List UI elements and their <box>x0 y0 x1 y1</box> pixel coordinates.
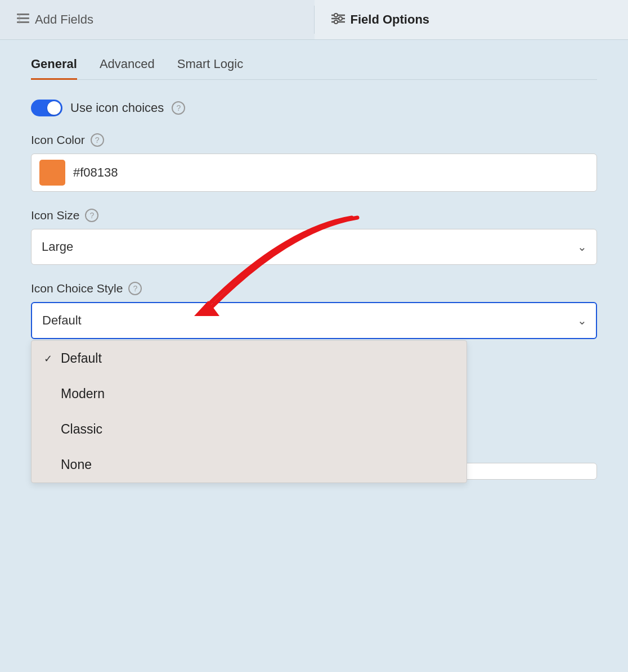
svg-point-7 <box>334 13 338 17</box>
dropdown-item-classic[interactable]: Classic <box>32 412 466 447</box>
check-placeholder-2 <box>44 423 55 435</box>
icon-size-section: Icon Size ? Large ⌄ <box>31 209 597 265</box>
use-icon-choices-help-icon[interactable]: ? <box>172 101 185 115</box>
check-placeholder <box>44 388 55 400</box>
dropdown-item-modern-label: Modern <box>61 386 105 402</box>
icon-choice-style-value: Default <box>42 313 82 327</box>
dropdown-item-classic-label: Classic <box>61 422 102 437</box>
add-fields-label: Add Fields <box>35 12 93 27</box>
icon-choice-style-wrapper: Default ⌄ ✓ Default Modern Classic <box>31 302 597 339</box>
icon-choice-style-select[interactable]: Default <box>31 302 597 339</box>
icon-choice-style-dropdown: ✓ Default Modern Classic None <box>31 340 467 483</box>
tab-smart-logic[interactable]: Smart Logic <box>177 57 243 80</box>
icon-size-label: Icon Size ? <box>31 209 597 222</box>
icon-size-select[interactable]: Large <box>31 229 597 265</box>
icon-choice-style-label: Icon Choice Style ? <box>31 282 597 295</box>
icon-color-help-icon[interactable]: ? <box>91 133 104 147</box>
icon-color-label: Icon Color ? <box>31 133 597 147</box>
dropdown-item-none-label: None <box>61 457 92 472</box>
svg-point-9 <box>334 20 338 24</box>
icon-color-input[interactable]: #f08138 <box>31 154 597 192</box>
color-swatch <box>39 160 65 186</box>
field-options-icon <box>331 13 345 27</box>
dropdown-item-default-label: Default <box>61 351 102 366</box>
icon-choice-style-section: Icon Choice Style ? Default ⌄ ✓ Defaul <box>31 282 597 339</box>
add-fields-icon <box>17 13 29 26</box>
use-icon-choices-toggle[interactable] <box>31 100 62 116</box>
tab-general[interactable]: General <box>31 57 77 80</box>
field-options-tab[interactable]: Field Options <box>315 0 629 39</box>
color-value: #f08138 <box>73 165 118 180</box>
content-area: General Advanced Smart Logic Use icon ch… <box>0 40 628 497</box>
tab-bar: General Advanced Smart Logic <box>31 57 597 80</box>
check-placeholder-3 <box>44 459 55 471</box>
icon-size-select-wrapper: Large ⌄ <box>31 229 597 265</box>
use-icon-choices-label: Use icon choices <box>70 101 164 115</box>
dropdown-item-modern[interactable]: Modern <box>32 376 466 412</box>
icon-choice-style-help-icon[interactable]: ? <box>128 282 142 295</box>
field-options-label: Field Options <box>351 12 430 27</box>
svg-rect-3 <box>19 13 20 24</box>
dropdown-item-none[interactable]: None <box>32 447 466 482</box>
check-icon: ✓ <box>44 353 55 365</box>
header: Add Fields Field Options <box>0 0 628 40</box>
add-fields-tab[interactable]: Add Fields <box>0 0 314 39</box>
use-icon-choices-row: Use icon choices ? <box>31 100 597 116</box>
dropdown-item-default[interactable]: ✓ Default <box>32 341 466 376</box>
svg-point-8 <box>339 17 342 20</box>
icon-color-section: Icon Color ? #f08138 <box>31 133 597 192</box>
icon-size-help-icon[interactable]: ? <box>85 209 98 222</box>
tab-advanced[interactable]: Advanced <box>100 57 155 80</box>
